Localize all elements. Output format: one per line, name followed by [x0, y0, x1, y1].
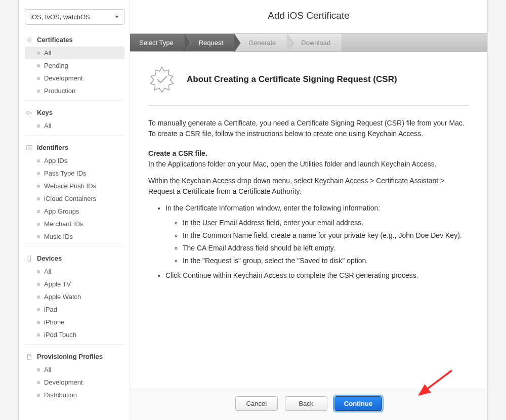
step-label: Generate	[248, 39, 276, 47]
list-item: In the Certificate Information window, e…	[165, 203, 469, 214]
section-header-certificates[interactable]: Certificates	[25, 33, 124, 47]
inner-list: In the User Email Address field, enter y…	[165, 218, 469, 266]
sidebar-item-identifiers-website-push-ids[interactable]: Website Push IDs	[25, 180, 124, 192]
menu-path-text: Within the Keychain Access drop down men…	[148, 176, 469, 197]
bullet-icon	[37, 394, 40, 397]
svg-text:ID: ID	[28, 146, 31, 149]
step-select-type[interactable]: Select Type	[130, 34, 185, 51]
svg-point-5	[29, 260, 29, 260]
bullet-icon	[37, 296, 40, 299]
step-request[interactable]: Request	[185, 34, 234, 51]
sidebar-item-label: iPod Touch	[44, 331, 76, 339]
main-panel: Add iOS Certificate Select TypeRequestGe…	[130, 0, 487, 420]
list-item: Click Continue within Keychain Access to…	[165, 270, 469, 281]
sidebar-item-identifiers-app-groups[interactable]: App Groups	[25, 205, 124, 218]
section-header-keys[interactable]: Keys	[25, 106, 124, 119]
sidebar-item-devices-apple-watch[interactable]: Apple Watch	[25, 290, 124, 303]
sub-intro-text: In the Applications folder on your Mac, …	[148, 159, 469, 170]
bullet-icon	[37, 235, 40, 238]
sidebar-item-label: Pending	[44, 62, 68, 69]
bullet-icon	[37, 283, 40, 286]
file-icon	[26, 353, 33, 360]
page-title: Add iOS Certificate	[130, 0, 487, 33]
sidebar-item-label: Apple TV	[44, 280, 71, 288]
sidebar-item-label: App Groups	[44, 207, 79, 215]
sidebar-item-identifiers-icloud-containers[interactable]: iCloud Containers	[25, 192, 124, 205]
sidebar-item-label: Pass Type IDs	[44, 170, 87, 177]
section-header-provisioning[interactable]: Provisioning Profiles	[25, 350, 124, 363]
platform-selector[interactable]: iOS, tvOS, watchOS	[25, 9, 124, 25]
sidebar-item-devices-all[interactable]: All	[25, 265, 124, 278]
sidebar-item-identifiers-music-ids[interactable]: Music IDs	[25, 230, 124, 243]
continue-button[interactable]: Continue	[334, 396, 382, 411]
sidebar-item-devices-iphone[interactable]: iPhone	[25, 316, 124, 328]
list-item: In the Common Name field, create a name …	[183, 230, 469, 241]
bullet-icon	[37, 308, 40, 311]
sidebar-item-label: iCloud Containers	[44, 195, 96, 202]
step-download[interactable]: Download	[287, 34, 342, 51]
bullet-icon	[37, 381, 40, 384]
sidebar-item-label: Development	[44, 379, 83, 386]
sidebar-item-label: Merchant IDs	[44, 220, 83, 228]
back-button[interactable]: Back	[285, 396, 327, 411]
sidebar-item-certificates-all[interactable]: All	[25, 47, 124, 59]
section-label: Provisioning Profiles	[37, 353, 103, 360]
list-item: In the "Request is" group, select the "S…	[183, 256, 469, 266]
svg-point-0	[28, 39, 30, 41]
sidebar-item-label: All	[44, 49, 51, 57]
sidebar-item-devices-apple-tv[interactable]: Apple TV	[25, 278, 124, 290]
section-label: Keys	[37, 109, 53, 116]
cancel-button[interactable]: Cancel	[235, 396, 278, 411]
key-icon	[26, 109, 33, 116]
bullet-icon	[37, 159, 40, 162]
sidebar-item-provisioning-all[interactable]: All	[25, 363, 124, 376]
sidebar-item-provisioning-development[interactable]: Development	[25, 376, 124, 389]
device-icon	[26, 255, 33, 262]
section-label: Identifiers	[37, 144, 68, 151]
subhead-text: Create a CSR file.	[148, 148, 469, 159]
sidebar-item-label: Development	[44, 74, 83, 82]
sidebar-item-label: App IDs	[44, 157, 67, 164]
sidebar: iOS, tvOS, watchOS CertificatesAllPendin…	[19, 0, 130, 420]
bullet-icon	[37, 77, 40, 80]
bullet-icon	[37, 52, 40, 55]
sidebar-item-label: Production	[44, 87, 75, 95]
list-item: The CA Email Address field should be lef…	[183, 243, 469, 254]
section-label: Devices	[37, 255, 62, 262]
sidebar-item-certificates-pending[interactable]: Pending	[25, 59, 124, 72]
step-breadcrumb: Select TypeRequestGenerateDownload	[130, 33, 487, 52]
step-label: Download	[301, 39, 330, 47]
sidebar-item-label: All	[44, 366, 51, 373]
step-label: Select Type	[139, 39, 174, 47]
sidebar-item-label: Distribution	[44, 391, 77, 399]
sidebar-item-label: All	[44, 268, 51, 275]
sidebar-item-label: iPad	[44, 306, 57, 313]
bullet-icon	[37, 90, 40, 93]
bullet-icon	[37, 64, 40, 67]
sidebar-item-certificates-development[interactable]: Development	[25, 72, 124, 85]
sidebar-item-identifiers-pass-type-ids[interactable]: Pass Type IDs	[25, 167, 124, 180]
id-icon: ID	[26, 144, 33, 151]
intro-text: To manually generate a Certificate, you …	[148, 118, 469, 139]
bullet-icon	[37, 223, 40, 226]
sidebar-item-identifiers-merchant-ids[interactable]: Merchant IDs	[25, 218, 124, 230]
sidebar-item-devices-ipod-touch[interactable]: iPod Touch	[25, 328, 124, 341]
sidebar-item-label: Apple Watch	[44, 293, 81, 301]
sidebar-item-certificates-production[interactable]: Production	[25, 85, 124, 97]
sidebar-item-devices-ipad[interactable]: iPad	[25, 303, 124, 316]
section-label: Certificates	[37, 36, 73, 44]
sidebar-item-keys-all[interactable]: All	[25, 119, 124, 132]
section-header-devices[interactable]: Devices	[25, 251, 124, 265]
section-header-identifiers[interactable]: IDIdentifiers	[25, 141, 124, 154]
chevron-down-icon	[115, 16, 119, 18]
sidebar-item-identifiers-app-ids[interactable]: App IDs	[25, 154, 124, 167]
bullet-icon	[37, 210, 40, 213]
starburst-check-icon	[148, 66, 176, 93]
list-item: In the User Email Address field, enter y…	[183, 218, 469, 228]
content-heading: About Creating a Certificate Signing Req…	[187, 73, 397, 86]
sidebar-item-provisioning-distribution[interactable]: Distribution	[25, 389, 124, 401]
step-label: Request	[199, 39, 223, 47]
step-generate[interactable]: Generate	[234, 34, 287, 51]
sidebar-item-label: iPhone	[44, 318, 64, 326]
svg-point-1	[27, 111, 29, 114]
